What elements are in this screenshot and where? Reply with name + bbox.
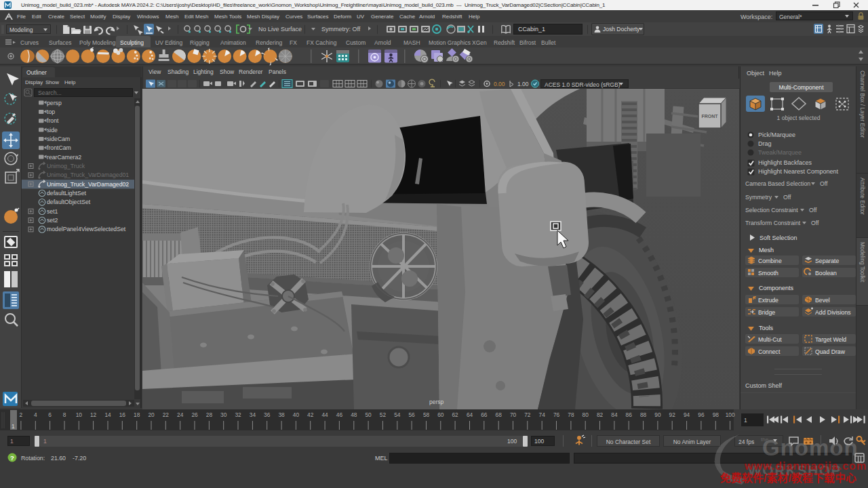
svg-text:defaultObjectSet: defaultObjectSet [47, 199, 91, 205]
svg-text:44: 44 [321, 411, 328, 418]
svg-text:88: 88 [640, 411, 647, 418]
svg-text:免费软件/素材/教程下载中心: 免费软件/素材/教程下载中心 [720, 472, 856, 484]
svg-text:74: 74 [539, 411, 546, 418]
svg-text:90: 90 [654, 411, 661, 418]
svg-text:48: 48 [351, 411, 357, 418]
svg-text:4: 4 [34, 411, 37, 418]
svg-text:8: 8 [63, 411, 66, 418]
svg-text:persp: persp [47, 100, 62, 106]
svg-text:14: 14 [104, 411, 111, 418]
svg-text:86: 86 [626, 411, 633, 418]
svg-text:1: 1 [12, 423, 15, 430]
svg-text:persp: persp [429, 399, 444, 405]
svg-text:rearCamera2: rearCamera2 [47, 154, 81, 161]
svg-text:36: 36 [264, 411, 271, 418]
svg-text:68: 68 [496, 411, 502, 418]
svg-text:Unimog_Truck: Unimog_Truck [47, 163, 85, 169]
svg-text:76: 76 [553, 411, 560, 418]
svg-text:94: 94 [684, 411, 690, 418]
svg-text:54: 54 [394, 411, 401, 418]
svg-text:defaultLightSet: defaultLightSet [47, 190, 87, 197]
svg-text:2: 2 [20, 411, 23, 418]
svg-text:frontCam: frontCam [47, 144, 71, 151]
svg-text:0.00: 0.00 [494, 81, 505, 87]
svg-text:12: 12 [90, 411, 97, 418]
svg-text:26: 26 [191, 411, 198, 418]
svg-text:72: 72 [524, 411, 531, 418]
svg-text:set1: set1 [47, 208, 58, 215]
svg-text:24: 24 [177, 411, 184, 418]
svg-text:60: 60 [437, 411, 444, 418]
svg-text:10: 10 [76, 411, 83, 418]
svg-text:62: 62 [452, 411, 458, 418]
svg-text:82: 82 [597, 411, 604, 418]
svg-text:46: 46 [336, 411, 343, 418]
svg-text:side: side [47, 127, 58, 134]
svg-text:38: 38 [278, 411, 285, 418]
svg-text:?: ? [10, 454, 14, 462]
svg-text:84: 84 [611, 411, 618, 418]
svg-text:22: 22 [163, 411, 170, 418]
svg-text:1.00: 1.00 [517, 81, 529, 87]
svg-text:modelPanel4ViewSelectedSet: modelPanel4ViewSelectedSet [47, 226, 126, 232]
svg-text:78: 78 [568, 411, 574, 418]
svg-text:6: 6 [48, 411, 52, 418]
svg-text:www.dianmaojia.com: www.dianmaojia.com [744, 460, 867, 472]
svg-text:32: 32 [235, 411, 241, 418]
svg-text:front: front [47, 117, 59, 124]
svg-text:40: 40 [293, 411, 300, 418]
svg-text:Unimog_Truck_VarDamaged02: Unimog_Truck_VarDamaged02 [47, 181, 129, 188]
svg-text:top: top [47, 108, 55, 115]
svg-text:FRONT: FRONT [701, 114, 718, 119]
svg-text:98: 98 [713, 411, 719, 418]
svg-text:18: 18 [134, 411, 140, 418]
svg-text:52: 52 [380, 411, 387, 418]
svg-text:sideCam: sideCam [47, 136, 70, 142]
svg-text:58: 58 [423, 411, 430, 418]
svg-text:56: 56 [408, 411, 415, 418]
svg-text:66: 66 [481, 411, 488, 418]
svg-text:70: 70 [510, 411, 517, 418]
svg-text:16: 16 [119, 411, 126, 418]
svg-text:96: 96 [698, 411, 705, 418]
svg-text:30: 30 [220, 411, 227, 418]
svg-text:34: 34 [250, 411, 256, 418]
svg-text:64: 64 [467, 411, 473, 418]
svg-text:1: 1 [744, 417, 747, 424]
svg-text:set2: set2 [47, 217, 58, 224]
svg-text:42: 42 [307, 411, 314, 418]
svg-text:Unimog_Truck_VarDamaged01: Unimog_Truck_VarDamaged01 [47, 171, 129, 178]
svg-text:92: 92 [669, 411, 676, 418]
svg-text:Gnomon: Gnomon [762, 435, 859, 460]
svg-text:100: 100 [726, 411, 735, 418]
svg-text:28: 28 [206, 411, 213, 418]
svg-text:50: 50 [365, 411, 372, 418]
svg-text:80: 80 [583, 411, 589, 418]
svg-text:20: 20 [148, 411, 155, 418]
